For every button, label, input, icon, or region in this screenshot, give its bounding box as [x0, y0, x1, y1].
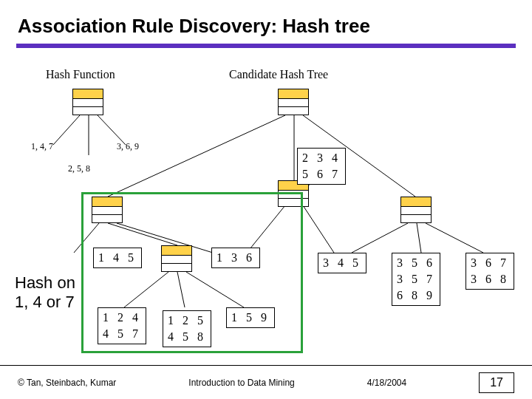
svg-line-11	[303, 205, 334, 253]
leaf-356-357-689: 3 5 6 3 5 7 6 8 9	[392, 253, 440, 306]
svg-line-15	[426, 223, 483, 253]
edge-label-147: 1, 4, 7	[31, 141, 53, 152]
svg-line-0	[53, 115, 80, 145]
root-node-icon	[278, 89, 309, 115]
leaf-234-567: 2 3 4 5 6 7	[297, 148, 346, 185]
svg-line-2	[98, 115, 126, 145]
candidate-tree-label: Candidate Hash Tree	[229, 68, 328, 81]
leaf-367-368: 3 6 7 3 6 8	[466, 253, 514, 290]
svg-line-13	[352, 223, 408, 253]
level1-right-node-icon	[400, 197, 432, 223]
hash-function-label: Hash Function	[46, 68, 115, 81]
diagram-stage: Hash Function Candidate Hash Tree 1, 4, …	[0, 59, 532, 362]
title-rule	[16, 44, 516, 48]
footer-center-text: Introduction to Data Mining	[188, 378, 294, 388]
page-number: 17	[479, 372, 514, 393]
hash-on-label-2: 1, 4 or 7	[15, 293, 75, 312]
leaf-345: 3 4 5	[318, 253, 366, 273]
copyright-text: © Tan, Steinbach, Kumar	[18, 378, 116, 388]
hash-function-node-icon	[72, 89, 103, 115]
footer-bar: © Tan, Steinbach, Kumar Introduction to …	[0, 365, 532, 399]
svg-line-3	[108, 115, 285, 197]
svg-line-14	[417, 223, 421, 253]
edge-label-258: 2, 5, 8	[68, 163, 90, 174]
edge-label-369: 3, 6, 9	[117, 141, 139, 152]
hash-on-label-1: Hash on	[15, 273, 75, 293]
footer-date: 4/18/2004	[367, 378, 406, 388]
highlight-box	[81, 192, 303, 353]
slide-title: Association Rule Discovery: Hash tree	[0, 0, 532, 44]
